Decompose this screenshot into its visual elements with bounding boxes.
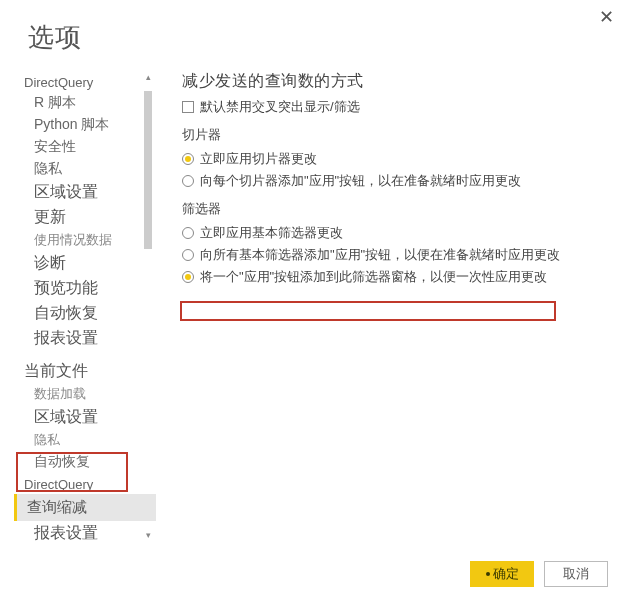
sidebar-item-data-load[interactable]: 数据加载 <box>24 384 156 405</box>
radio-icon <box>182 153 194 165</box>
sidebar-item-autorecover-2[interactable]: 自动恢复 <box>24 451 156 473</box>
checkbox-icon <box>182 101 194 113</box>
radio-icon <box>182 271 194 283</box>
sidebar-item-python-script[interactable]: Python 脚本 <box>24 114 156 136</box>
sidebar-item-report-settings-2[interactable]: 报表设置 <box>24 521 156 543</box>
sidebar-item-security[interactable]: 安全性 <box>24 136 156 158</box>
cancel-button-label: 取消 <box>563 565 589 583</box>
dialog-footer: 确定 取消 <box>470 561 608 587</box>
radio-label: 向每个切片器添加"应用"按钮，以在准备就绪时应用更改 <box>200 172 521 190</box>
sidebar-item-r-script[interactable]: R 脚本 <box>24 92 156 114</box>
sidebar-item-usage-data[interactable]: 使用情况数据 <box>24 230 156 251</box>
bullet-icon <box>486 572 490 576</box>
radio-label: 向所有基本筛选器添加"应用"按钮，以便在准备就绪时应用更改 <box>200 246 560 264</box>
slicer-header: 切片器 <box>182 126 608 144</box>
radio-icon <box>182 227 194 239</box>
ok-button-label: 确定 <box>493 565 519 583</box>
dialog-body: ▴ ▾ DirectQuery R 脚本 Python 脚本 安全性 隐私 区域… <box>0 71 624 543</box>
radio-slicer-apply-button[interactable]: 向每个切片器添加"应用"按钮，以在准备就绪时应用更改 <box>182 170 608 192</box>
sidebar-item-privacy-2[interactable]: 隐私 <box>24 430 156 451</box>
scrollbar-thumb[interactable] <box>144 91 152 249</box>
radio-label: 立即应用切片器更改 <box>200 150 317 168</box>
sidebar-group-directquery-2: DirectQuery <box>24 477 156 492</box>
radio-filter-apply-each[interactable]: 向所有基本筛选器添加"应用"按钮，以便在准备就绪时应用更改 <box>182 244 608 266</box>
scroll-up-icon[interactable]: ▴ <box>143 73 153 83</box>
sidebar-item-query-reduction[interactable]: 查询缩减 <box>14 494 156 521</box>
ok-button[interactable]: 确定 <box>470 561 534 587</box>
filter-header: 筛选器 <box>182 200 608 218</box>
sidebar-item-diagnostics[interactable]: 诊断 <box>24 251 156 276</box>
sidebar-item-regional-2[interactable]: 区域设置 <box>24 405 156 430</box>
section-title: 减少发送的查询数的方式 <box>182 71 608 92</box>
radio-filter-apply-pane[interactable]: 将一个"应用"按钮添加到此筛选器窗格，以便一次性应用更改 <box>182 266 608 288</box>
radio-icon <box>182 175 194 187</box>
radio-slicer-immediate[interactable]: 立即应用切片器更改 <box>182 148 608 170</box>
sidebar-item-privacy[interactable]: 隐私 <box>24 158 156 180</box>
sidebar-item-report-settings[interactable]: 报表设置 <box>24 326 156 351</box>
sidebar-item-update[interactable]: 更新 <box>24 205 156 230</box>
scroll-down-icon[interactable]: ▾ <box>143 531 153 541</box>
radio-icon <box>182 249 194 261</box>
close-icon[interactable]: ✕ <box>599 6 614 28</box>
dialog-title: 选项 <box>0 0 624 71</box>
sidebar: ▴ ▾ DirectQuery R 脚本 Python 脚本 安全性 隐私 区域… <box>0 71 156 543</box>
sidebar-group-current-file: 当前文件 <box>24 361 156 382</box>
cancel-button[interactable]: 取消 <box>544 561 608 587</box>
checkbox-label: 默认禁用交叉突出显示/筛选 <box>200 98 360 116</box>
checkbox-disable-crosshighlight[interactable]: 默认禁用交叉突出显示/筛选 <box>182 98 608 116</box>
radio-filter-immediate[interactable]: 立即应用基本筛选器更改 <box>182 222 608 244</box>
sidebar-item-preview[interactable]: 预览功能 <box>24 276 156 301</box>
sidebar-item-regional[interactable]: 区域设置 <box>24 180 156 205</box>
sidebar-group-directquery: DirectQuery <box>24 75 156 90</box>
sidebar-item-autorecover[interactable]: 自动恢复 <box>24 301 156 326</box>
radio-label: 将一个"应用"按钮添加到此筛选器窗格，以便一次性应用更改 <box>200 268 547 286</box>
content-panel: 减少发送的查询数的方式 默认禁用交叉突出显示/筛选 切片器 立即应用切片器更改 … <box>156 71 624 543</box>
radio-label: 立即应用基本筛选器更改 <box>200 224 343 242</box>
